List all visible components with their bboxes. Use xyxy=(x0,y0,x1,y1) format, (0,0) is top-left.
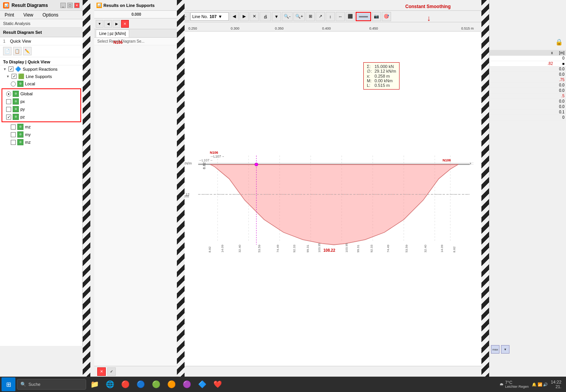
to-display-header: To Display | Quick View xyxy=(0,57,83,65)
new-btn[interactable]: 📄 xyxy=(3,47,12,55)
weather-info: 🌧 7°C Leichter Regen xyxy=(499,380,529,389)
mz2-checkbox[interactable] xyxy=(11,140,16,145)
line-no-label: Line No. xyxy=(192,14,208,19)
view-btn-5[interactable]: ⬛ xyxy=(346,12,355,21)
lock-icon[interactable]: 🔒 xyxy=(555,38,563,46)
quick-view-row[interactable]: 1 Quick View xyxy=(0,37,83,45)
nav-left-btn[interactable]: ◀ xyxy=(104,20,112,28)
next-btn[interactable]: ▶ xyxy=(240,12,249,21)
svg-text:92.33: 92.33 xyxy=(293,244,296,252)
time-display[interactable]: 14:22 21. xyxy=(551,380,561,389)
mz1-item[interactable]: ⚙ mz xyxy=(0,123,83,131)
minimize-btn[interactable]: _ xyxy=(60,3,66,8)
copy-btn[interactable]: 📋 xyxy=(13,47,22,55)
tooltip-m-label: M: xyxy=(367,78,373,83)
nav-down-btn[interactable]: ▼ xyxy=(96,20,103,28)
tooltip-l-label: L: xyxy=(367,83,373,88)
view-btn-4[interactable]: ↔ xyxy=(336,12,345,21)
view-btn-7[interactable]: 🎯 xyxy=(382,12,391,21)
view-menu[interactable]: View xyxy=(22,12,35,18)
smoothing-btn[interactable]: ═══ xyxy=(356,12,371,21)
taskbar-app5[interactable]: 🟣 xyxy=(180,377,194,391)
line-no-combo[interactable]: Line No. 107 ▼ xyxy=(190,12,229,21)
chart-area: 0.250 0.300 0.350 0.400 0.450 0.515 m xyxy=(179,22,489,380)
local-radio[interactable] xyxy=(11,81,16,86)
svg-text:x :: x : xyxy=(470,161,474,165)
right-data-rows: 0 .82 ■ 0.0 0.0 .75 0.0 0.0 .5 0.0 0.0 xyxy=(489,56,566,120)
local-icon: ⚙ xyxy=(17,81,23,87)
mz1-checkbox[interactable] xyxy=(11,125,16,130)
svg-text:103.95: 103.95 xyxy=(318,243,321,252)
zigzag-border-left xyxy=(83,0,90,392)
local-item[interactable]: ⚙ Local xyxy=(0,80,83,88)
taskbar-edge[interactable]: 🌐 xyxy=(103,377,117,391)
line-supports-checkbox[interactable] xyxy=(12,74,17,79)
options-menu[interactable]: Options xyxy=(41,12,60,18)
taskbar-app2[interactable]: 🔵 xyxy=(134,377,148,391)
chart-svg: 0 kN/m 29.12 kN/m →L107→ N106 108.22 8.8… xyxy=(179,32,489,380)
my-checkbox[interactable] xyxy=(11,132,16,137)
px-checkbox[interactable] xyxy=(6,99,11,104)
view-btn-2[interactable]: ↗ xyxy=(316,12,325,21)
prev-btn[interactable]: ◀ xyxy=(230,12,239,21)
edit-btn[interactable]: ✏️ xyxy=(23,47,32,55)
svg-text:99.31: 99.31 xyxy=(306,244,310,252)
filter-btn[interactable]: ▼ xyxy=(501,345,509,354)
support-reactions-item[interactable]: ▼ 🔷 Support Reactions xyxy=(0,65,83,73)
tooltip-avg-row: ∅: 29.12 kN/m xyxy=(367,69,396,74)
bottom-check-btn[interactable]: ✓ xyxy=(107,367,116,376)
zoom-in-btn[interactable]: 🔍+ xyxy=(293,12,305,21)
global-radio[interactable] xyxy=(6,91,11,96)
taskbar-explorer[interactable]: 📁 xyxy=(88,377,102,391)
pz-item[interactable]: ⚙ pz xyxy=(3,113,80,121)
current-time: 14:22 xyxy=(551,380,561,384)
nav-right-btn[interactable]: ▶ xyxy=(113,20,120,28)
results-toolbar: ▼ ◀ ▶ ✕ xyxy=(94,18,178,29)
zoom-out-btn[interactable]: 🔍- xyxy=(282,12,293,21)
my-item[interactable]: ⚙ my xyxy=(0,131,83,138)
svg-text:53.59: 53.59 xyxy=(405,244,408,252)
px-item[interactable]: ⚙ px xyxy=(3,98,80,105)
taskbar: ⊞ 🔍 Suche 📁 🌐 🔴 🔵 🟢 🟠 🟣 🔷 ❤️ 🌧 7°C Leich… xyxy=(0,377,566,392)
select-result-bar[interactable]: Select Result Diagram Se... xyxy=(94,38,178,45)
print-btn[interactable]: 🖨 xyxy=(260,12,271,21)
cross-btn[interactable]: ✕ xyxy=(250,12,259,21)
svg-text:8.82: 8.82 xyxy=(208,246,211,252)
close-tab-btn[interactable]: ✕ xyxy=(121,20,129,28)
right-col-headers: x [m] xyxy=(489,50,566,56)
system-tray-icons[interactable]: 🔔 📶 🔊 xyxy=(532,382,548,387)
py-item[interactable]: ⚙ py xyxy=(3,105,80,113)
line-supports-item[interactable]: ▼ 🟩 Line Supports xyxy=(0,73,83,80)
taskbar-app7[interactable]: ❤️ xyxy=(211,377,225,391)
view-btn-3[interactable]: ↕ xyxy=(326,12,335,21)
global-item[interactable]: ⚙ Global xyxy=(3,90,80,98)
py-checkbox[interactable] xyxy=(6,107,11,112)
max-btn[interactable]: max xyxy=(491,345,499,354)
close-btn[interactable]: ✕ xyxy=(74,3,80,8)
view-btn-6[interactable]: 📷 xyxy=(372,12,381,21)
bottom-bar: ✕ ✓ xyxy=(94,366,489,377)
right-row-2: .82 ■ xyxy=(489,61,566,66)
taskbar-app3[interactable]: 🟢 xyxy=(149,377,163,391)
mz2-item[interactable]: ⚙ mz xyxy=(0,138,83,146)
quick-view-number: 1 xyxy=(3,39,8,43)
support-reactions-checkbox[interactable] xyxy=(8,66,13,71)
maximize-btn[interactable]: □ xyxy=(67,3,73,8)
taskbar-app6[interactable]: 🔷 xyxy=(195,377,209,391)
taskbar-app4[interactable]: 🟠 xyxy=(165,377,178,391)
smoothing-arrow: ↓ xyxy=(427,14,431,23)
bottom-close-btn[interactable]: ✕ xyxy=(97,367,106,376)
static-analysis-bar: Static Analysis xyxy=(0,19,83,28)
right-panel: 🔒 x [m] 0 .82 ■ 0.0 0.0 .75 0.0 0.0 .5 xyxy=(489,0,566,377)
taskbar-right: 🌧 7°C Leichter Regen 🔔 📶 🔊 14:22 21. xyxy=(499,380,564,389)
taskbar-app1[interactable]: 🔴 xyxy=(118,377,132,391)
view-btn-1[interactable]: ⊞ xyxy=(306,12,315,21)
highlighted-options-box: ⚙ Global ⚙ px ⚙ py ⚙ pz xyxy=(2,88,81,122)
print-dropdown-btn[interactable]: ▼ xyxy=(272,12,281,21)
pz-checkbox[interactable] xyxy=(6,115,11,120)
search-bar[interactable]: 🔍 Suche xyxy=(17,379,86,390)
support-reactions-label: Support Reactions xyxy=(23,67,58,71)
start-button[interactable]: ⊞ xyxy=(2,377,15,391)
print-menu[interactable]: Print xyxy=(3,12,16,18)
line-pz-tab[interactable]: Line | pz [kN/m] xyxy=(96,30,129,37)
